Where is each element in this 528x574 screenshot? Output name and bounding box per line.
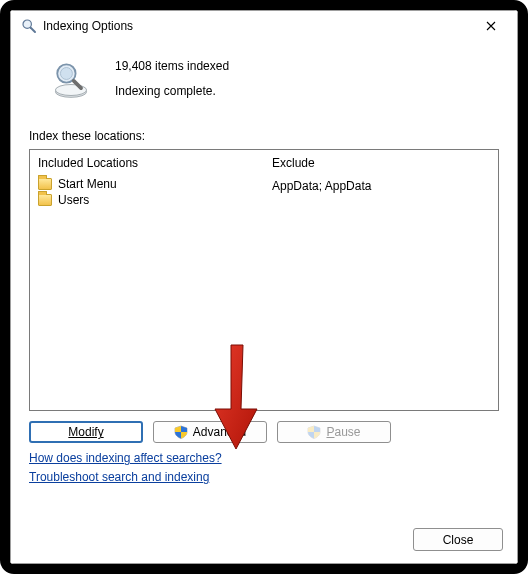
- button-label: Advanced: [193, 425, 246, 439]
- help-link[interactable]: How does indexing affect searches?: [29, 451, 222, 465]
- svg-line-1: [31, 28, 36, 33]
- list-item-label: Start Menu: [58, 177, 117, 191]
- advanced-button[interactable]: Advanced: [153, 421, 267, 443]
- list-item-label: Users: [58, 193, 89, 207]
- indexing-options-icon: [21, 18, 37, 34]
- indexed-count: 19,408 items indexed: [115, 57, 229, 76]
- window-inner: Indexing Options: [10, 10, 518, 564]
- included-column: Included Locations Start Menu Users: [30, 150, 264, 410]
- exclude-header: Exclude: [264, 154, 498, 176]
- window-title: Indexing Options: [37, 19, 471, 33]
- included-header: Included Locations: [30, 154, 264, 176]
- footer: Close: [413, 528, 503, 551]
- modify-button[interactable]: Modify: [29, 421, 143, 443]
- svg-point-5: [60, 68, 72, 80]
- list-item: AppData; AppData: [264, 178, 498, 194]
- shield-icon: [174, 425, 188, 439]
- folder-icon: [38, 194, 52, 206]
- indexing-state: Indexing complete.: [115, 82, 229, 101]
- button-label: Pause: [326, 425, 360, 439]
- button-label: Close: [443, 533, 474, 547]
- troubleshoot-link[interactable]: Troubleshoot search and indexing: [29, 470, 209, 484]
- links-area: How does indexing affect searches? Troub…: [29, 451, 499, 484]
- list-item-label: AppData; AppData: [272, 179, 371, 193]
- window-frame: Indexing Options: [0, 0, 528, 574]
- list-item[interactable]: Users: [30, 192, 264, 208]
- svg-point-3: [55, 85, 86, 96]
- button-label: Modify: [68, 425, 103, 439]
- folder-icon: [38, 178, 52, 190]
- status-text: 19,408 items indexed Indexing complete.: [115, 57, 229, 101]
- content-area: 19,408 items indexed Indexing complete. …: [11, 41, 517, 484]
- locations-listbox[interactable]: Included Locations Start Menu Users Excl…: [29, 149, 499, 411]
- status-row: 19,408 items indexed Indexing complete.: [29, 49, 499, 113]
- exclude-column: Exclude AppData; AppData: [264, 150, 498, 410]
- button-row: Modify Advanced: [29, 421, 499, 443]
- list-item[interactable]: Start Menu: [30, 176, 264, 192]
- close-button[interactable]: Close: [413, 528, 503, 551]
- magnifier-drive-icon: [49, 57, 93, 101]
- pause-button: Pause: [277, 421, 391, 443]
- titlebar: Indexing Options: [11, 11, 517, 41]
- shield-icon: [307, 425, 321, 439]
- locations-label: Index these locations:: [29, 129, 499, 143]
- window-close-button[interactable]: [471, 12, 511, 40]
